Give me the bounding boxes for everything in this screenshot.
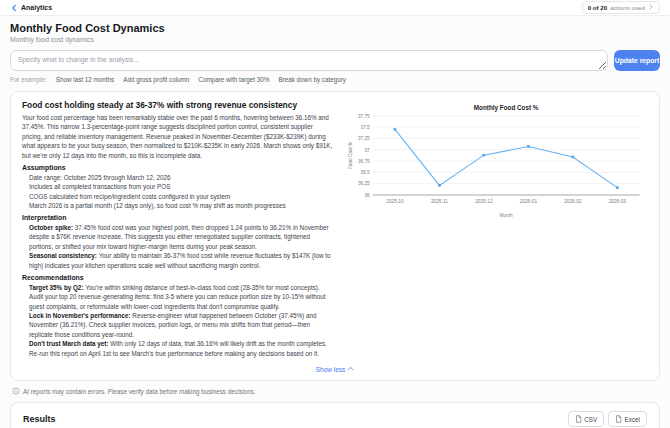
section-title: Interpretation <box>22 214 334 221</box>
chevron-up-icon <box>347 365 354 373</box>
back-button[interactable]: Analytics <box>10 4 52 12</box>
svg-text:Monthly Food Cost %: Monthly Food Cost % <box>473 104 538 112</box>
example-suggestion-link[interactable]: Show last 12 months <box>56 76 114 83</box>
file-icon <box>615 415 622 424</box>
analysis-card: Food cost holding steady at 36-37% with … <box>10 91 660 381</box>
svg-text:37,5: 37,5 <box>360 125 370 130</box>
examples-list: Show last 12 monthsAdd gross profit colu… <box>56 76 346 83</box>
svg-text:37,75: 37,75 <box>357 114 369 119</box>
svg-text:36,25: 36,25 <box>357 181 369 186</box>
export-excel-button[interactable]: Excel <box>608 411 647 427</box>
analysis-sections: AssumptionsDate range: October 2025 thro… <box>22 164 334 358</box>
svg-text:2026-02: 2026-02 <box>564 199 582 204</box>
section-item: COGS calculated from recipe/ingredient c… <box>22 192 334 201</box>
export-csv-button[interactable]: CSV <box>568 411 604 427</box>
food-cost-chart: Monthly Food Cost %3636,2536,536,753737,… <box>346 100 648 358</box>
page-title: Monthly Food Cost Dynamics <box>10 22 660 34</box>
svg-text:36,75: 36,75 <box>357 159 369 164</box>
line-chart-svg: Monthly Food Cost %3636,2536,536,753737,… <box>346 102 648 219</box>
section-title: Recommendations <box>22 274 334 281</box>
chevron-left-icon <box>10 4 18 12</box>
section-item: Includes all completed transactions from… <box>22 182 334 191</box>
csv-label: CSV <box>584 416 597 423</box>
example-suggestion-link[interactable]: Compare with target 30% <box>198 76 269 83</box>
section-item: Lock in November's performance: Reverse-… <box>22 311 334 339</box>
example-suggestion-link[interactable]: Break down by category <box>278 76 346 83</box>
example-suggestion-link[interactable]: Add gross profit column <box>123 76 189 83</box>
svg-text:2025-10: 2025-10 <box>386 199 404 204</box>
analysis-heading: Food cost holding steady at 36-37% with … <box>22 100 334 110</box>
ai-disclaimer: AI reports may contain errors. Please ve… <box>12 387 658 396</box>
svg-text:2026-01: 2026-01 <box>519 199 537 204</box>
svg-text:Month: Month <box>499 213 513 218</box>
svg-text:36: 36 <box>364 193 370 198</box>
svg-text:2025-11: 2025-11 <box>430 199 447 204</box>
results-title: Results <box>23 414 56 424</box>
analysis-section: RecommendationsTarget 35% by Q2: You're … <box>22 274 334 358</box>
actions-used-count: 0 of 20 <box>588 4 608 11</box>
analysis-section: InterpretationOctober spike: 37.45% food… <box>22 214 334 270</box>
page-header: Monthly Food Cost Dynamics Monthly food … <box>0 16 670 43</box>
svg-text:36,5: 36,5 <box>360 170 370 175</box>
topbar: Analytics 0 of 20 actions used <box>0 0 670 16</box>
examples-label: For example: <box>10 76 47 83</box>
analysis-intro: Your food cost percentage has been remar… <box>22 113 334 160</box>
update-report-button[interactable]: Update report <box>614 50 660 71</box>
page-subtitle: Monthly food cost dynamics <box>10 36 660 43</box>
analysis-grid: Food cost holding steady at 36-37% with … <box>22 100 648 358</box>
section-item: Date range: October 2025 through March 1… <box>22 173 334 182</box>
actions-used-text: actions used <box>610 4 645 11</box>
file-icon <box>575 415 582 424</box>
analysis-text-column: Food cost holding steady at 36-37% with … <box>22 100 334 358</box>
results-header: Results CSV Excel <box>23 411 647 427</box>
svg-text:37,25: 37,25 <box>357 136 369 141</box>
show-less-link[interactable]: Show less <box>22 358 648 378</box>
app-root: Analytics 0 of 20 actions used Monthly F… <box>0 0 670 428</box>
export-buttons: CSV Excel <box>568 411 647 427</box>
chevron-right-icon <box>648 4 654 11</box>
svg-text:2025-12: 2025-12 <box>475 199 493 204</box>
svg-text:2026-03: 2026-03 <box>608 199 626 204</box>
svg-text:37: 37 <box>364 148 370 153</box>
section-title: Assumptions <box>22 164 334 171</box>
section-item: Seasonal consistency: Your ability to ma… <box>22 251 334 270</box>
disclaimer-text: AI reports may contain errors. Please ve… <box>23 388 256 395</box>
analysis-section: AssumptionsDate range: October 2025 thro… <box>22 164 334 210</box>
back-label: Analytics <box>21 4 52 11</box>
section-item: Target 35% by Q2: You're within striking… <box>22 283 334 311</box>
info-icon <box>12 387 20 396</box>
results-card: Results CSV Excel <box>10 402 660 428</box>
analysis-prompt-input[interactable] <box>10 50 608 71</box>
section-item: October spike: 37.45% food cost was your… <box>22 223 334 251</box>
prompt-row: Update report <box>10 50 660 71</box>
show-less-label: Show less <box>316 366 346 373</box>
examples-row: For example: Show last 12 monthsAdd gros… <box>10 76 660 83</box>
section-item: March 2026 is a partial month (12 days o… <box>22 201 334 210</box>
section-item: Don't trust March data yet: With only 12… <box>22 339 334 358</box>
actions-used-badge[interactable]: 0 of 20 actions used <box>582 1 660 14</box>
svg-text:Food Cost %: Food Cost % <box>347 141 352 169</box>
excel-label: Excel <box>625 416 640 423</box>
